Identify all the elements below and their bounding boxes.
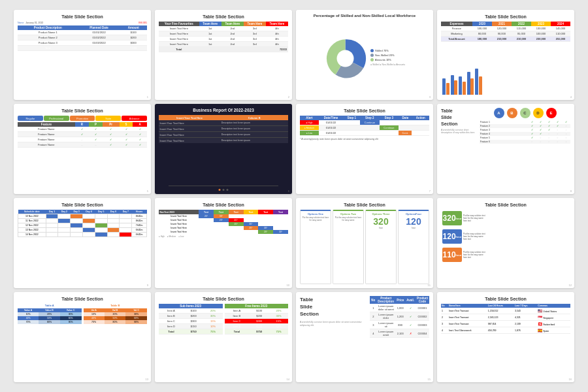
slide-16[interactable]: Table Slide Section No Name/Item Last 24… xyxy=(437,292,574,382)
slide-16-table: No Name/Item Last 24 Hours Last 7 Days C… xyxy=(441,304,570,334)
slide-13-table-a: Value AValue BValue C 10%20%30% 40%50%60… xyxy=(18,308,82,324)
slide-14[interactable]: Table Slide Section Sub Items 2023 Item … xyxy=(155,292,292,382)
slide-4-table: Expenses 2020 2021 2022 2023 2024 Financ… xyxy=(441,22,570,42)
slide-6-table: Insert Your Text HereColumn B Insert You… xyxy=(159,115,288,143)
slide-3-pie-area: Skilled 70% Non-Skilled 20% Amounts 10% … xyxy=(300,21,429,96)
slide-6[interactable]: Business Report Of 2022-2023 Insert Your… xyxy=(155,104,292,194)
slide-grid: Table Slide Section Name January 01, 202… xyxy=(7,3,581,389)
slide-11[interactable]: Table Slide Section Options One Put the … xyxy=(296,198,433,288)
slide-12[interactable]: Table Slide Section 320hour Put the easy… xyxy=(437,198,574,288)
slide-10[interactable]: Table Slide Section NonText 2023 Text Te… xyxy=(155,198,292,288)
slide-7[interactable]: Table Slide Section Alert Date/Time Step… xyxy=(296,104,433,194)
slide-9-table: Schedule date Day 1Day 2Day 3Day 4Day 5D… xyxy=(18,210,147,237)
slide-11-options: Options One Put the easy solution text h… xyxy=(300,210,429,284)
slide-15-table: No Product Description Price Avail. Prod… xyxy=(370,296,429,338)
slide-14-title: Table Slide Section xyxy=(159,296,288,302)
slide-3[interactable]: Percentage of Skilled and Non-Skilled Lo… xyxy=(296,10,433,100)
pie-chart xyxy=(324,37,367,80)
slide-4-title: Table Slide Section xyxy=(441,14,570,20)
slide-13-title: Table Slide Section xyxy=(18,296,147,302)
slide-5-table: FeatureRPPrSA Feature Name✓✓✓✓✓ Feature … xyxy=(18,122,147,148)
slide-9-title: Table Slide Section xyxy=(18,202,147,208)
slide-2[interactable]: Table Slide Section Your Five Favourites… xyxy=(155,10,292,100)
slide-4[interactable]: Table Slide Section Expenses 2020 2021 2… xyxy=(437,10,574,100)
slide-8-table: Feature 1✓✓✓✓✓ Feature 2✓✓✓✓○ Feature 3✓… xyxy=(480,120,570,144)
slide-3-title: Percentage of Skilled and Non-Skilled Lo… xyxy=(300,14,429,19)
slide-10-table: NonText 2023 Text Text Text Text Text Te… xyxy=(159,210,288,234)
slide-14-tables: Sub Items 2023 Item A$10020% Item B$2003… xyxy=(159,304,288,378)
slide-12-numbers: 320hour Put the easy solution texthere f… xyxy=(441,210,570,284)
slide-5[interactable]: Table Slide Section Regular Professional… xyxy=(14,104,151,194)
slide-13[interactable]: Table Slide Section Table A Value AValue… xyxy=(14,292,151,382)
svg-point-0 xyxy=(336,50,353,67)
slide-1-title: Table Slide Section xyxy=(18,14,147,20)
slide-5-tabs: Regular Professional Promotion Suite Adv… xyxy=(18,116,147,121)
slide-5-title: Table Slide Section xyxy=(18,108,147,114)
slide-1[interactable]: Table Slide Section Name January 01, 202… xyxy=(14,10,151,100)
slide-6-title: Business Report Of 2022-2023 xyxy=(159,108,288,113)
slide-10-title: Table Slide Section xyxy=(159,202,288,208)
bar-chart xyxy=(441,43,570,96)
slide-1-table: Product DescriptionPlanned DateAmount Pr… xyxy=(18,25,147,51)
slide-2-title: Table Slide Section xyxy=(159,14,288,20)
slide-8[interactable]: TableSlideSection A wonderfully concise … xyxy=(437,104,574,194)
slide-12-title: Table Slide Section xyxy=(441,202,570,208)
slide-2-table: Your Five Favourites Team Here Team Here… xyxy=(159,22,288,52)
slide-13-table-b: Val AVal BVal C 10%20%30% 40%50%60% 70%8… xyxy=(84,308,148,324)
slide-8-bubbles: A B C D E xyxy=(480,108,570,118)
slide-16-title: Table Slide Section xyxy=(441,296,570,302)
slide-15-content: TableSlideSection A wonderfully concise … xyxy=(300,296,429,378)
slide-15[interactable]: TableSlideSection A wonderfully concise … xyxy=(296,292,433,382)
slide-11-title: Table Slide Section xyxy=(300,202,429,208)
slide-7-title: Table Slide Section xyxy=(300,108,429,114)
slide-7-table: Alert Date/Time Step 1 Step 2 Step 3 Dat… xyxy=(300,116,429,136)
slide-9[interactable]: Table Slide Section Schedule date Day 1D… xyxy=(14,198,151,288)
